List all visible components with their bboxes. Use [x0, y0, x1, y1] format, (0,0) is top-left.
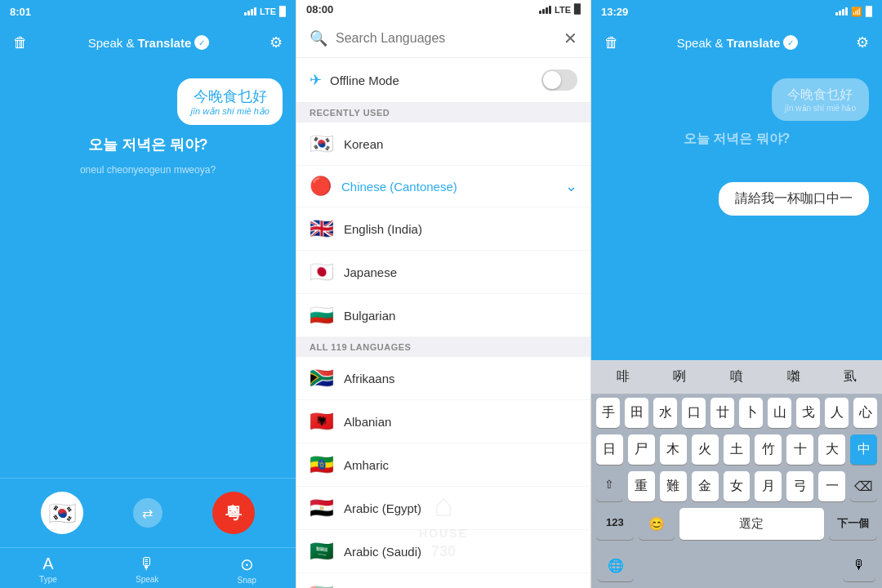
top-bubble-right: 今晚食乜好 jīn wǎn shí miē hǎo — [772, 78, 869, 121]
snap-mode-btn[interactable]: ⊙ Snap — [238, 555, 256, 585]
speak-mode-btn[interactable]: 🎙 Speak — [136, 555, 158, 585]
suggestion-0[interactable]: 啡 — [610, 367, 636, 387]
close-icon[interactable]: ✕ — [564, 29, 577, 48]
key-yue[interactable]: 月 — [755, 471, 782, 501]
key-bu[interactable]: 卜 — [739, 398, 763, 428]
key-jin[interactable]: 金 — [692, 471, 719, 501]
lang-item-japanese[interactable]: 🇯🇵 Japanese — [296, 251, 590, 294]
rbar3 — [842, 9, 844, 16]
key-xin[interactable]: 心 — [853, 398, 877, 428]
arabic-saudi-flag: 🇸🇦 — [310, 540, 334, 563]
key-da[interactable]: 大 — [818, 434, 845, 465]
arabic-egypt-name: Arabic (Egypt) — [344, 501, 577, 515]
content-right: 今晚食乜好 jīn wǎn shí miē hǎo 오늘 저녁은 뭐야? 請給我… — [591, 62, 882, 360]
language-selector-bar-left: 🇰🇷 ⇄ 粵 — [0, 478, 296, 547]
korean-flag-btn[interactable]: 🇰🇷 — [41, 492, 83, 534]
snap-label: Snap — [238, 576, 256, 585]
swap-languages-btn[interactable]: ⇄ — [133, 498, 163, 528]
offline-mode-toggle[interactable] — [541, 69, 577, 91]
time-left: 8:01 — [10, 6, 31, 18]
pinyin-text-right: jīn wǎn shí miē hǎo — [785, 104, 856, 113]
lang-item-albanian[interactable]: 🇦🇱 Albanian — [296, 400, 590, 443]
key-zhong2[interactable]: 重 — [628, 471, 655, 501]
key-gong[interactable]: 弓 — [786, 471, 813, 501]
lang-item-english-india[interactable]: 🇬🇧 English (India) — [296, 207, 590, 251]
key-mu[interactable]: 木 — [660, 434, 687, 465]
key-huo[interactable]: 火 — [692, 434, 719, 465]
kbd-emoji-btn[interactable]: 😊 — [639, 508, 675, 540]
search-input[interactable] — [336, 31, 555, 46]
key-tu[interactable]: 土 — [724, 434, 751, 465]
app-title-right: Speak & Translate ✓ — [677, 35, 799, 50]
trash-icon-left[interactable]: 🗑 — [13, 34, 28, 51]
rbar2 — [839, 11, 841, 16]
lang-item-afrikaans[interactable]: 🇿🇦 Afrikaans — [296, 357, 590, 400]
key-tian[interactable]: 田 — [625, 398, 648, 428]
cantonese-flag: 🔴 — [310, 176, 332, 197]
kbd-space-btn[interactable]: 選定 — [679, 508, 824, 540]
delete-key[interactable]: ⌫ — [850, 471, 877, 501]
chinese-text-right: 今晚食乜好 — [785, 87, 856, 104]
key-shui[interactable]: 水 — [653, 398, 677, 428]
speak-label: Speak — [136, 575, 158, 584]
key-nan[interactable]: 難 — [660, 471, 687, 501]
bar4 — [254, 7, 256, 16]
kbd-row-3: ⇧ 重 難 金 女 月 弓 一 ⌫ — [591, 468, 882, 505]
key-shi2[interactable]: 十 — [786, 434, 813, 465]
lang-item-korean[interactable]: 🇰🇷 Korean — [296, 122, 590, 166]
key-shift[interactable]: ⇧ — [596, 471, 623, 501]
key-zhu[interactable]: 竹 — [755, 434, 782, 465]
key-shou[interactable]: 手 — [596, 398, 620, 428]
lang-item-arabic-egypt[interactable]: 🇪🇬 Arabic (Egypt) — [296, 487, 590, 530]
panel-center: 08:00 LTE ▉ 🔍 ✕ ✈ Offline Mode — [296, 0, 591, 588]
header-left: 🗑 Speak & Translate ✓ ⚙ — [0, 23, 296, 62]
key-kou[interactable]: 口 — [682, 398, 706, 428]
all-languages-list: 🇿🇦 Afrikaans 🇦🇱 Albanian 🇪🇹 Amharic 🇪🇬 A… — [296, 357, 590, 588]
title-prefix-left: Speak & — [88, 36, 135, 50]
kbd-row-2: 日 尸 木 火 土 竹 十 大 中 — [591, 431, 882, 468]
toggle-thumb — [543, 71, 561, 89]
search-icon: 🔍 — [310, 29, 327, 47]
status-bar-center: 08:00 LTE ▉ — [296, 0, 590, 19]
key-nv[interactable]: 女 — [724, 471, 751, 501]
romanization-left: oneul cheonyeogeun mweoya? — [13, 164, 283, 176]
key-ren[interactable]: 人 — [825, 398, 849, 428]
kbd-confirm-btn[interactable]: 下一個 — [829, 508, 877, 540]
kbd-row-1: 手 田 水 口 廿 卜 山 戈 人 心 — [591, 394, 882, 431]
kbd-suggestions-row: 啡 咧 噴 囃 虱 — [591, 360, 882, 394]
trash-icon-right[interactable]: 🗑 — [604, 34, 619, 51]
wifi-icon-right: 📶 — [851, 7, 862, 17]
key-nian[interactable]: 廿 — [710, 398, 734, 428]
selected-check-icon: ⌄ — [565, 177, 577, 195]
globe-key[interactable]: 🌐 — [598, 550, 634, 581]
cantonese-flag-btn[interactable]: 粵 — [212, 492, 255, 534]
lang-item-arabic-uae[interactable]: 🇦🇪 Arabic (UAE) — [296, 573, 590, 588]
recently-used-header: RECENTLY USED — [296, 103, 590, 122]
lang-item-bulgarian[interactable]: 🇧🇬 Bulgarian — [296, 294, 590, 337]
arabic-uae-flag: 🇦🇪 — [310, 583, 334, 588]
suggestion-1[interactable]: 咧 — [666, 367, 693, 387]
key-yi[interactable]: 一 — [818, 471, 845, 501]
status-icons-left: LTE ▉ — [244, 7, 286, 17]
key-shi[interactable]: 尸 — [628, 434, 655, 465]
suggestion-2[interactable]: 噴 — [724, 367, 750, 387]
suggestion-3[interactable]: 囃 — [781, 367, 807, 387]
key-ri[interactable]: 日 — [596, 434, 623, 465]
pinyin-text-left: jīn wǎn shí miē hǎo — [190, 106, 270, 117]
cantonese-name: Chinese (Cantonese) — [341, 180, 555, 194]
time-right: 13:29 — [601, 6, 628, 18]
lang-item-arabic-saudi[interactable]: 🇸🇦 Arabic (Saudi) — [296, 530, 590, 573]
kbd-123-btn[interactable]: 123 — [596, 508, 634, 540]
battery-right: ▉ — [866, 7, 872, 17]
lang-item-amharic[interactable]: 🇪🇹 Amharic — [296, 443, 590, 487]
suggestion-4[interactable]: 虱 — [837, 367, 863, 387]
settings-icon-left[interactable]: ⚙ — [270, 33, 283, 51]
lang-item-cantonese[interactable]: 🔴 Chinese (Cantonese) ⌄ — [296, 166, 590, 207]
key-zhong[interactable]: 中 — [850, 434, 877, 465]
amharic-flag: 🇪🇹 — [310, 453, 334, 476]
type-mode-btn[interactable]: A Type — [39, 555, 57, 585]
settings-icon-right[interactable]: ⚙ — [856, 33, 869, 51]
key-ge[interactable]: 戈 — [796, 398, 820, 428]
mic-key[interactable]: 🎙 — [843, 550, 875, 581]
key-shan[interactable]: 山 — [768, 398, 791, 428]
